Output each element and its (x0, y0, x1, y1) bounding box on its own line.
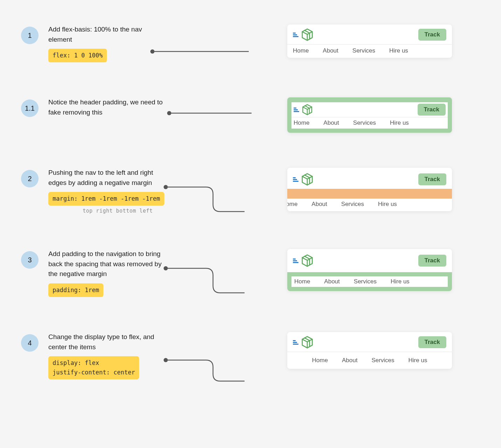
step-desc: Notice the header padding, we need to fa… (48, 97, 167, 117)
logo (293, 173, 314, 186)
step-1-1: 1.1 Notice the header padding, we need t… (21, 97, 452, 133)
nav-about[interactable]: About (311, 201, 327, 208)
nav-home[interactable]: Home (293, 47, 309, 54)
step-desc: Add padding to the navigation to bring b… (48, 249, 167, 279)
step-text: Pushing the nav to the left and right ed… (48, 168, 167, 214)
header-row: Track (287, 168, 452, 189)
padding-highlight: Home About Services Hire us (287, 272, 452, 291)
nav: Home About Services Hire us (287, 199, 452, 211)
header-row: Track (287, 25, 452, 44)
track-button[interactable]: Track (418, 29, 446, 41)
code-snippet: flex: 1 0 100% (48, 49, 107, 62)
negative-margin-highlight (287, 189, 452, 199)
nav-services[interactable]: Services (353, 119, 376, 126)
code-snippet: display: flex justify-content: center (48, 356, 139, 379)
cube-icon (301, 254, 314, 267)
step-badge: 4 (21, 334, 39, 352)
track-button[interactable]: Track (418, 173, 446, 185)
step-desc: Pushing the nav to the left and right ed… (48, 168, 167, 188)
nav-services[interactable]: Services (352, 47, 375, 54)
nav-home[interactable]: Home (287, 201, 297, 208)
header-row: Track (291, 102, 448, 117)
code-snippet: padding: 1rem (48, 283, 103, 297)
nav: Home About Services Hire us (287, 352, 452, 369)
menu-bars-icon (294, 108, 299, 112)
nav: Home About Services Hire us (291, 117, 448, 129)
step-badge: 1.1 (21, 99, 39, 117)
logo (293, 28, 314, 41)
nav-services[interactable]: Services (371, 357, 394, 364)
step-badge: 3 (21, 251, 39, 269)
svg-point-6 (164, 358, 168, 362)
nav-home[interactable]: Home (294, 119, 309, 126)
cube-icon (301, 173, 314, 186)
code-sublabels: top right bottom left (48, 208, 167, 214)
svg-point-2 (167, 111, 171, 115)
nav-about[interactable]: About (324, 278, 339, 285)
step-text: Add flex-basis: 100% to the nav element … (48, 25, 167, 62)
cube-icon (301, 104, 313, 116)
preview-4: Track Home About Services Hire us (287, 332, 452, 369)
nav-home[interactable]: Home (312, 357, 328, 364)
logo (293, 336, 314, 349)
nav-about[interactable]: About (342, 357, 357, 364)
step-4: 4 Change the display type to flex, and c… (21, 332, 452, 379)
preview-3: Track Home About Services Hire us (287, 249, 452, 291)
step-1: 1 Add flex-basis: 100% to the nav elemen… (21, 25, 452, 62)
nav-about[interactable]: About (323, 119, 339, 126)
svg-point-0 (150, 49, 155, 54)
menu-bars-icon (293, 340, 298, 345)
track-button[interactable]: Track (418, 336, 446, 348)
nav-about[interactable]: About (323, 47, 338, 54)
preview-2: Track Home About Services Hire us (287, 168, 452, 211)
nav-hire[interactable]: Hire us (378, 201, 397, 208)
track-button[interactable]: Track (418, 255, 446, 267)
menu-bars-icon (293, 33, 298, 37)
logo (293, 254, 314, 267)
svg-point-4 (164, 185, 168, 189)
step-text: Add padding to the navigation to bring b… (48, 249, 167, 297)
nav-hire[interactable]: Hire us (409, 357, 427, 364)
step-badge: 2 (21, 170, 39, 187)
nav-home[interactable]: Home (294, 278, 310, 285)
logo (294, 104, 313, 116)
step-desc: Change the display type to flex, and cen… (48, 332, 167, 352)
nav: Home About Services Hire us (287, 44, 452, 58)
track-button[interactable]: Track (418, 104, 446, 116)
step-badge: 1 (21, 27, 39, 44)
nav-services[interactable]: Services (354, 278, 377, 285)
step-desc: Add flex-basis: 100% to the nav element (48, 25, 167, 44)
cube-icon (301, 28, 314, 41)
nav-hire[interactable]: Hire us (391, 278, 410, 285)
code-snippet: margin: 1rem -1rem -1rem -1rem (48, 192, 164, 206)
svg-point-5 (164, 266, 168, 270)
step-text: Notice the header padding, we need to fa… (48, 97, 167, 122)
step-text: Change the display type to flex, and cen… (48, 332, 167, 379)
header-row: Track (287, 332, 452, 352)
nav-hire[interactable]: Hire us (390, 119, 409, 126)
preview-1-1: Track Home About Services Hire us (287, 97, 452, 133)
cube-icon (301, 336, 314, 349)
header-row: Track (287, 249, 452, 272)
nav-services[interactable]: Services (341, 201, 364, 208)
menu-bars-icon (293, 177, 298, 182)
preview-1: Track Home About Services Hire us (287, 25, 452, 58)
step-2: 2 Pushing the nav to the left and right … (21, 168, 452, 214)
nav-hire[interactable]: Hire us (389, 47, 408, 54)
step-3: 3 Add padding to the navigation to bring… (21, 249, 452, 297)
menu-bars-icon (293, 259, 298, 263)
nav: Home About Services Hire us (291, 276, 448, 287)
